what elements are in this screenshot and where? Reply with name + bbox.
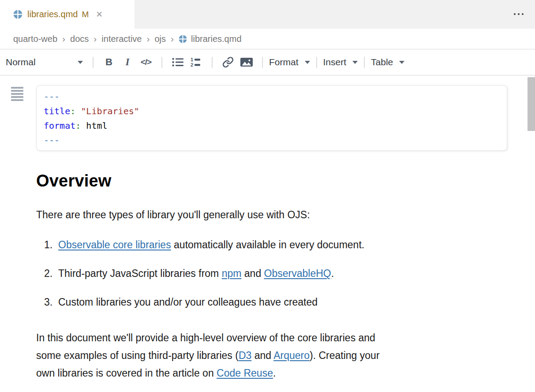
list-item: 3. Custom libraries you and/or your coll… <box>44 296 364 308</box>
yaml-title-value: "Libraries" <box>75 106 139 116</box>
list-item: 2. Third-party JavaScript libraries from… <box>44 268 364 280</box>
toolbar-divider <box>316 57 317 68</box>
format-toolbar: Normal B I </> 1 2 <box>0 49 535 75</box>
breadcrumb-ojs[interactable]: ojs <box>154 34 166 44</box>
breadcrumb-interactive[interactable]: interactive <box>101 34 142 44</box>
vertical-scrollbar-thumb[interactable] <box>528 77 535 131</box>
list-marker: 2. <box>44 268 55 280</box>
numbered-list-icon: 1 2 <box>191 57 202 67</box>
list-marker: 3. <box>44 296 55 308</box>
more-actions-button[interactable] <box>514 11 524 18</box>
breadcrumb-docs[interactable]: docs <box>70 34 89 44</box>
link-icon <box>222 56 234 68</box>
tab-bar: libraries.qmd M ✕ <box>0 0 535 29</box>
breadcrumb-filename: libraries.qmd <box>191 34 241 44</box>
tab-filename: libraries.qmd <box>27 9 78 19</box>
heading-overview[interactable]: Overview <box>36 172 112 190</box>
image-icon <box>240 57 253 67</box>
paragraph-style-value: Normal <box>6 57 36 67</box>
bulleted-list-icon <box>172 57 184 67</box>
ordered-list[interactable]: 1. Observable core libraries automatical… <box>44 239 364 325</box>
block-drag-handle[interactable] <box>11 87 23 102</box>
toolbar-divider <box>161 57 162 68</box>
toolbar-divider <box>262 57 263 68</box>
chevron-down-icon <box>352 61 358 64</box>
closing-paragraph[interactable]: In this document we'll provide a high-le… <box>36 329 380 382</box>
list-item: 1. Observable core libraries automatical… <box>44 239 364 251</box>
yaml-fence: --- <box>44 91 60 102</box>
paragraph-style-dropdown[interactable]: Normal <box>6 57 86 67</box>
close-icon[interactable]: ✕ <box>96 10 103 19</box>
quarto-file-icon <box>179 35 187 43</box>
yaml-format-key: format <box>44 120 75 131</box>
breadcrumb-quarto-web[interactable]: quarto-web <box>13 34 57 44</box>
ellipsis-icon <box>514 13 516 15</box>
svg-text:1: 1 <box>191 57 193 62</box>
toolbar-divider <box>93 57 94 68</box>
yaml-title-key: title <box>44 106 70 116</box>
chevron-right-icon: › <box>146 34 150 44</box>
list-marker: 1. <box>44 239 55 251</box>
chevron-down-icon <box>305 61 310 64</box>
tab-libraries-qmd[interactable]: libraries.qmd M ✕ <box>0 0 135 29</box>
toolbar-divider <box>364 57 365 68</box>
chevron-right-icon: › <box>171 34 174 44</box>
chevron-down-icon <box>78 61 83 64</box>
link-button[interactable] <box>220 54 236 71</box>
format-menu[interactable]: Format <box>269 57 310 67</box>
link-d3[interactable]: D3 <box>239 350 251 361</box>
link-arquero[interactable]: Arquero <box>273 350 310 361</box>
link-npm[interactable]: npm <box>222 268 242 279</box>
table-menu[interactable]: Table <box>371 57 404 67</box>
chevron-right-icon: › <box>94 34 97 44</box>
quarto-file-icon <box>13 10 22 19</box>
yaml-fence: --- <box>44 135 60 146</box>
italic-button[interactable]: I <box>120 54 135 71</box>
inline-code-button[interactable]: </> <box>138 54 154 71</box>
toolbar-divider <box>212 57 213 68</box>
link-observable-core-libraries[interactable]: Observable core libraries <box>58 239 171 250</box>
yaml-metadata-block[interactable]: --- title: "Libraries" format: html --- <box>36 85 507 151</box>
breadcrumb: quarto-web › docs › interactive › ojs › … <box>0 29 535 49</box>
link-observablehq[interactable]: ObservableHQ <box>264 268 331 279</box>
bulleted-list-button[interactable] <box>170 54 186 71</box>
chevron-right-icon: › <box>62 34 65 44</box>
insert-menu[interactable]: Insert <box>323 57 358 67</box>
link-code-reuse[interactable]: Code Reuse <box>217 367 273 379</box>
chevron-down-icon <box>399 61 404 64</box>
yaml-format-value: html <box>81 120 107 131</box>
svg-text:2: 2 <box>191 62 193 67</box>
numbered-list-button[interactable]: 1 2 <box>188 54 204 71</box>
breadcrumb-file[interactable]: libraries.qmd <box>179 34 241 44</box>
modified-badge: M <box>82 10 89 19</box>
bold-button[interactable]: B <box>101 54 117 71</box>
editor-canvas[interactable]: --- title: "Libraries" format: html --- … <box>0 75 535 392</box>
image-button[interactable] <box>239 54 254 71</box>
intro-paragraph[interactable]: There are three types of library you'll … <box>36 209 310 221</box>
